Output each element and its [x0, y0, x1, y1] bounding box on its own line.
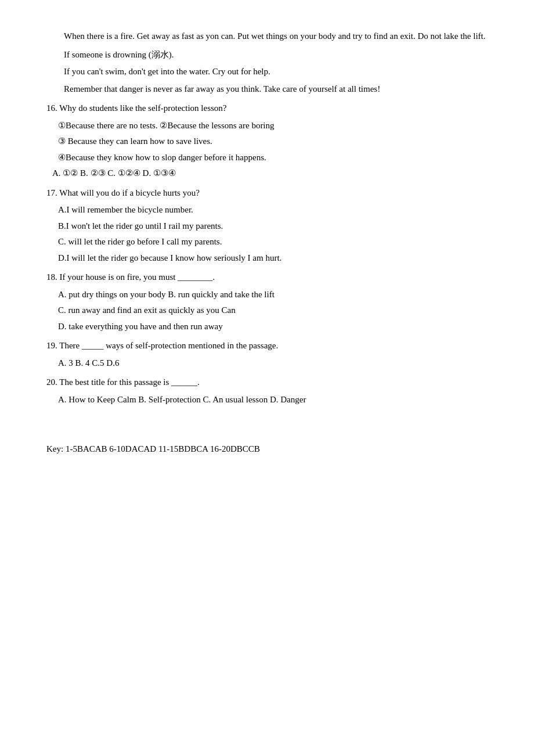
q16-opt3: ④Because they know how to slop danger be… [58, 150, 493, 165]
question-17: 17. What will you do if a bicycle hurts … [46, 186, 493, 266]
question-16: 16. Why do students like the self-protec… [46, 101, 493, 181]
q16-opt2: ③ Because they can learn how to save liv… [58, 134, 493, 149]
q16-title: 16. Why do students like the self-protec… [46, 101, 493, 116]
passage-line2: If someone is drowning (溺水). [46, 48, 493, 63]
q19-title: 19. There _____ ways of self-protection … [46, 339, 493, 354]
q18-optC: C. run away and find an exit as quickly … [58, 303, 493, 318]
q17-optC: C. will let the rider go before I call m… [58, 235, 493, 250]
q16-choices: A. ①② B. ②③ C. ①②④ D. ①③④ [52, 166, 493, 181]
q17-optD: D.I will let the rider go because I know… [58, 251, 493, 266]
question-18: 18. If your house is on fire, you must _… [46, 270, 493, 334]
q20-title: 20. The best title for this passage is _… [46, 375, 493, 390]
q18-optA: A. put dry things on your body B. run qu… [58, 287, 493, 303]
q19-choices: A. 3 B. 4 C.5 D.6 [58, 356, 493, 371]
question-19: 19. There _____ ways of self-protection … [46, 339, 493, 370]
q17-optB: B.I won't let the rider go until I rail … [58, 219, 493, 234]
answer-key-text: Key: 1-5BACAB 6-10DACAD 11-15BDBCA 16-20… [46, 442, 493, 457]
q18-title: 18. If your house is on fire, you must _… [46, 270, 493, 285]
q17-optA: A.I will remember the bicycle number. [58, 203, 493, 218]
q16-opt1: ①Because there are no tests. ②Because th… [58, 118, 493, 134]
passage-block: When there is a fire. Get away as fast a… [46, 29, 493, 96]
q20-choices: A. How to Keep Calm B. Self-protection C… [58, 393, 493, 408]
q18-optD: D. take everything you have and then run… [58, 319, 493, 334]
question-20: 20. The best title for this passage is _… [46, 375, 493, 407]
passage-line3: If you can't swim, don't get into the wa… [46, 64, 493, 80]
passage-line1: When there is a fire. Get away as fast a… [46, 29, 493, 44]
answer-key-block: Key: 1-5BACAB 6-10DACAD 11-15BDBCA 16-20… [46, 442, 493, 457]
q17-title: 17. What will you do if a bicycle hurts … [46, 186, 493, 201]
passage-line4: Remember that danger is never as far awa… [46, 82, 493, 97]
